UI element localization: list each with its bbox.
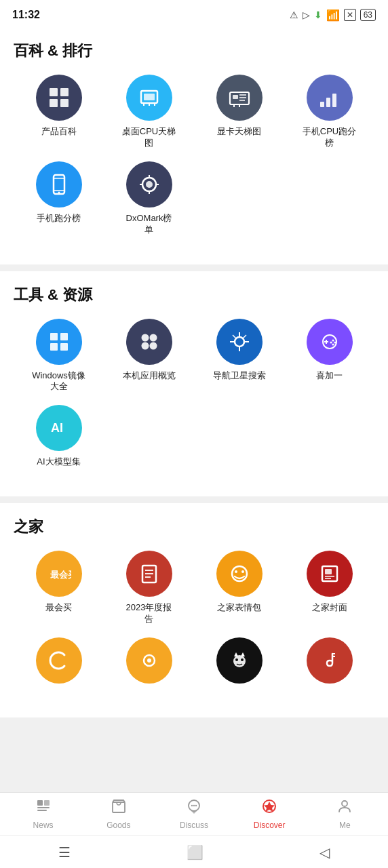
section-tools: 工具 & 资源 Windows镜像大全 <box>0 271 388 497</box>
icon-product-baike[interactable]: 产品百科 <box>14 75 104 149</box>
svg-text:AI: AI <box>51 421 63 435</box>
svg-point-49 <box>330 341 332 343</box>
menu-button[interactable]: ☰ <box>58 844 71 861</box>
svg-point-22 <box>58 191 60 193</box>
svg-point-35 <box>141 342 149 349</box>
svg-rect-30 <box>60 333 68 340</box>
icon-windows-mirror[interactable]: Windows镜像大全 <box>14 319 104 393</box>
icon-home7[interactable] <box>194 637 284 689</box>
nav-goods[interactable]: Goods <box>81 798 156 830</box>
best-buy-label: 最会买 <box>45 602 72 614</box>
scroll-content: 百科 & 排行 产品百科 <box>0 27 388 792</box>
windows-mirror-label: Windows镜像大全 <box>32 370 86 393</box>
nav-discover-label: Discover <box>254 821 286 830</box>
satellite-label: 导航卫星搜索 <box>213 370 266 382</box>
svg-rect-17 <box>326 98 330 107</box>
icon-mobile-cpu[interactable]: 手机CPU跑分榜 <box>284 75 374 149</box>
app-overview-label: 本机应用概览 <box>123 370 176 382</box>
home8-icon <box>307 637 353 684</box>
mobile-cpu-label: 手机CPU跑分榜 <box>303 126 357 149</box>
ai-models-icon: AI <box>36 405 82 451</box>
icon-xijia[interactable]: 喜加一 <box>284 319 374 393</box>
section-home-title: 之家 <box>14 517 374 537</box>
svg-point-81 <box>195 805 197 806</box>
nav-discover-icon <box>261 798 277 818</box>
svg-point-66 <box>233 655 246 667</box>
svg-point-50 <box>332 343 334 345</box>
ai-models-label: AI大模型集 <box>37 456 80 468</box>
svg-line-43 <box>243 335 246 338</box>
icon-desktop-cpu[interactable]: 桌面CPU天梯图 <box>104 75 194 149</box>
desktop-cpu-icon <box>126 75 172 121</box>
nav-discuss[interactable]: Discuss <box>156 798 231 830</box>
svg-point-84 <box>342 801 347 806</box>
icon-home6[interactable] <box>104 637 194 689</box>
icon-cover[interactable]: 之家封面 <box>284 551 374 625</box>
dxomark-icon <box>126 161 172 208</box>
svg-point-48 <box>334 341 336 343</box>
xijia-icon <box>307 319 353 365</box>
icon-satellite[interactable]: 导航卫星搜索 <box>194 319 284 393</box>
gpu-rank-icon <box>216 75 263 121</box>
svg-rect-19 <box>54 175 64 194</box>
satellite-icon <box>216 319 263 365</box>
icon-phone-rank[interactable]: 手机跑分榜 <box>14 161 104 236</box>
product-baike-label: 产品百科 <box>41 126 77 138</box>
phone-rank-label: 手机跑分榜 <box>37 213 81 224</box>
section-baike-title: 百科 & 排行 <box>14 41 374 61</box>
svg-rect-10 <box>233 95 238 99</box>
icon-app-overview[interactable]: 本机应用概览 <box>104 319 194 393</box>
report-2023-label: 2023年度报告 <box>122 602 176 625</box>
svg-point-37 <box>235 337 244 347</box>
nav-discover[interactable]: Discover <box>232 798 307 830</box>
svg-point-67 <box>235 658 238 661</box>
nav-news-label: News <box>33 821 54 830</box>
svg-rect-29 <box>50 333 58 340</box>
svg-point-47 <box>332 339 334 341</box>
phone-rank-icon <box>36 161 82 208</box>
svg-rect-16 <box>320 102 324 107</box>
emoji-pack-label: 之家表情包 <box>217 602 261 614</box>
svg-text:最会买: 最会买 <box>50 570 71 580</box>
app-overview-icon <box>126 319 172 365</box>
icon-ai-models[interactable]: AI AI大模型集 <box>14 405 104 468</box>
nav-discuss-label: Discuss <box>180 821 208 830</box>
svg-rect-2 <box>50 99 58 107</box>
wifi-icon: 📶 <box>326 9 340 22</box>
gpu-rank-label: 显卡天梯图 <box>217 126 261 138</box>
svg-rect-3 <box>60 99 69 107</box>
status-time: 11:32 <box>12 9 40 21</box>
tools-grid: Windows镜像大全 本机应用概览 <box>14 319 374 481</box>
battery-icon: 63 <box>360 9 376 21</box>
icon-home8[interactable] <box>284 637 374 689</box>
svg-point-68 <box>241 658 244 661</box>
nav-me[interactable]: Me <box>307 798 383 830</box>
icon-home5[interactable] <box>14 637 104 689</box>
icon-emoji-pack[interactable]: 之家表情包 <box>194 551 284 625</box>
cover-icon <box>307 551 353 597</box>
icon-best-buy[interactable]: 最会买 最会买 <box>14 551 104 625</box>
emoji-pack-icon <box>216 551 263 597</box>
svg-marker-70 <box>241 652 245 656</box>
baike-grid: 产品百科 桌面CPU天梯图 <box>14 75 374 248</box>
home5-icon <box>36 637 82 684</box>
nav-discuss-icon <box>186 798 202 818</box>
dxomark-label: DxOMark榜单 <box>122 213 176 236</box>
xijia-label: 喜加一 <box>316 370 343 382</box>
best-buy-icon: 最会买 <box>36 551 82 597</box>
svg-point-34 <box>149 334 157 341</box>
mobile-cpu-icon <box>307 75 353 121</box>
svg-rect-73 <box>37 800 43 806</box>
icon-gpu-rank[interactable]: 显卡天梯图 <box>194 75 284 149</box>
svg-point-33 <box>141 334 149 341</box>
status-bar: 11:32 ⚠ ▷ ⬇ 📶 ✕ 63 <box>0 0 388 27</box>
icon-dxomark[interactable]: DxOMark榜单 <box>104 161 194 236</box>
back-button[interactable]: ◁ <box>319 844 330 861</box>
windows-mirror-icon <box>36 319 82 365</box>
bottom-nav: News Goods Discuss <box>0 792 388 835</box>
svg-rect-75 <box>37 807 50 808</box>
svg-rect-61 <box>325 569 332 574</box>
icon-report-2023[interactable]: 2023年度报告 <box>104 551 194 625</box>
nav-news[interactable]: News <box>5 798 81 830</box>
home-button[interactable]: ⬜ <box>187 844 203 861</box>
